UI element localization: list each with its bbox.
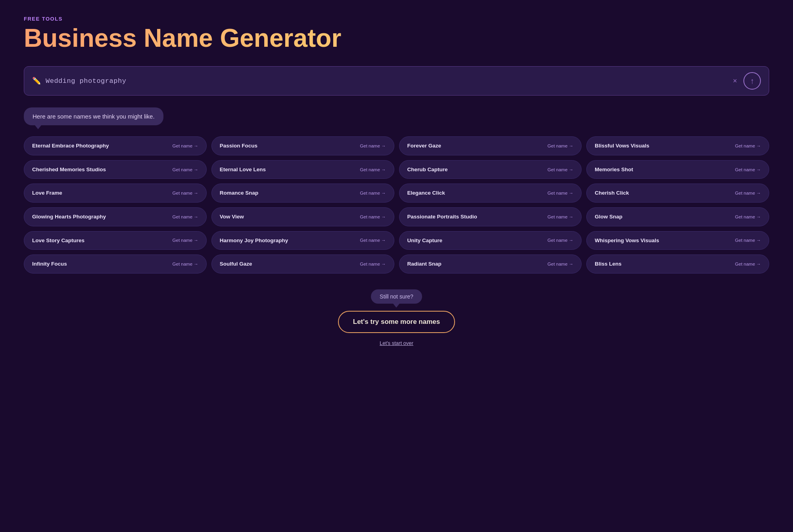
- bottom-section: Still not sure? Let's try some more name…: [24, 289, 769, 346]
- get-name-button[interactable]: Get name →: [735, 238, 761, 243]
- get-name-button[interactable]: Get name →: [173, 191, 198, 195]
- name-card[interactable]: Cherub CaptureGet name →: [399, 160, 582, 179]
- name-card[interactable]: Elegance ClickGet name →: [399, 184, 582, 203]
- free-tools-label: FREE TOOLS: [24, 16, 769, 22]
- get-name-button[interactable]: Get name →: [547, 238, 573, 243]
- name-text: Glow Snap: [595, 213, 735, 220]
- names-grid: Eternal Embrace PhotographyGet name →Pas…: [24, 136, 769, 273]
- name-card[interactable]: Passionate Portraits StudioGet name →: [399, 207, 582, 226]
- get-name-button[interactable]: Get name →: [735, 191, 761, 195]
- name-card[interactable]: Glowing Hearts PhotographyGet name →: [24, 207, 207, 226]
- name-card[interactable]: Unity CaptureGet name →: [399, 231, 582, 250]
- name-card[interactable]: Radiant SnapGet name →: [399, 255, 582, 274]
- get-name-button[interactable]: Get name →: [360, 238, 386, 243]
- get-name-button[interactable]: Get name →: [173, 238, 198, 243]
- name-text: Soulful Gaze: [220, 260, 360, 268]
- suggestion-bubble: Here are some names we think you might l…: [24, 107, 163, 125]
- name-card[interactable]: Love Story CapturesGet name →: [24, 231, 207, 250]
- name-card[interactable]: Glow SnapGet name →: [586, 207, 769, 226]
- get-name-button[interactable]: Get name →: [547, 262, 573, 266]
- name-text: Love Story Captures: [32, 237, 173, 244]
- name-card[interactable]: Eternal Love LensGet name →: [211, 160, 394, 179]
- get-name-button[interactable]: Get name →: [547, 191, 573, 195]
- name-card[interactable]: Passion FocusGet name →: [211, 136, 394, 155]
- name-card[interactable]: Cherish ClickGet name →: [586, 184, 769, 203]
- get-name-button[interactable]: Get name →: [547, 167, 573, 172]
- name-text: Forever Gaze: [407, 142, 548, 149]
- submit-button[interactable]: ↑: [743, 72, 761, 90]
- name-text: Eternal Love Lens: [220, 166, 360, 173]
- name-card[interactable]: Cherished Memories StudiosGet name →: [24, 160, 207, 179]
- name-card[interactable]: Love FrameGet name →: [24, 184, 207, 203]
- page-title: Business Name Generator: [24, 24, 769, 52]
- name-text: Cherub Capture: [407, 166, 548, 173]
- name-card[interactable]: Infinity FocusGet name →: [24, 255, 207, 274]
- search-bar: ✏️ × ↑: [24, 66, 769, 96]
- name-text: Passionate Portraits Studio: [407, 213, 548, 220]
- name-card[interactable]: Romance SnapGet name →: [211, 184, 394, 203]
- arrow-up-icon: ↑: [750, 77, 754, 86]
- name-card[interactable]: Bliss LensGet name →: [586, 255, 769, 274]
- name-text: Bliss Lens: [595, 260, 735, 268]
- get-name-button[interactable]: Get name →: [360, 214, 386, 219]
- name-text: Romance Snap: [220, 189, 360, 197]
- name-text: Cherished Memories Studios: [32, 166, 173, 173]
- name-text: Glowing Hearts Photography: [32, 213, 173, 220]
- name-text: Unity Capture: [407, 237, 548, 244]
- get-name-button[interactable]: Get name →: [360, 167, 386, 172]
- name-card[interactable]: Blissful Vows VisualsGet name →: [586, 136, 769, 155]
- name-text: Vow View: [220, 213, 360, 220]
- get-name-button[interactable]: Get name →: [173, 214, 198, 219]
- get-name-button[interactable]: Get name →: [173, 167, 198, 172]
- name-card[interactable]: Forever GazeGet name →: [399, 136, 582, 155]
- pencil-icon: ✏️: [32, 77, 41, 85]
- get-name-button[interactable]: Get name →: [360, 262, 386, 266]
- name-text: Passion Focus: [220, 142, 360, 149]
- name-text: Love Frame: [32, 189, 173, 197]
- name-card[interactable]: Soulful GazeGet name →: [211, 255, 394, 274]
- try-more-button[interactable]: Let's try some more names: [338, 311, 455, 333]
- name-text: Eternal Embrace Photography: [32, 142, 173, 149]
- name-text: Elegance Click: [407, 189, 548, 197]
- get-name-button[interactable]: Get name →: [547, 144, 573, 148]
- get-name-button[interactable]: Get name →: [735, 167, 761, 172]
- name-card[interactable]: Vow ViewGet name →: [211, 207, 394, 226]
- name-text: Memories Shot: [595, 166, 735, 173]
- get-name-button[interactable]: Get name →: [735, 214, 761, 219]
- name-card[interactable]: Whispering Vows VisualsGet name →: [586, 231, 769, 250]
- name-text: Blissful Vows Visuals: [595, 142, 735, 149]
- get-name-button[interactable]: Get name →: [173, 262, 198, 266]
- name-text: Cherish Click: [595, 189, 735, 197]
- get-name-button[interactable]: Get name →: [547, 214, 573, 219]
- name-text: Infinity Focus: [32, 260, 173, 268]
- name-text: Whispering Vows Visuals: [595, 237, 735, 244]
- start-over-link[interactable]: Let's start over: [380, 340, 413, 346]
- clear-button[interactable]: ×: [731, 76, 739, 86]
- name-text: Radiant Snap: [407, 260, 548, 268]
- get-name-button[interactable]: Get name →: [735, 262, 761, 266]
- get-name-button[interactable]: Get name →: [360, 191, 386, 195]
- get-name-button[interactable]: Get name →: [173, 144, 198, 148]
- get-name-button[interactable]: Get name →: [360, 144, 386, 148]
- name-text: Harmony Joy Photography: [220, 237, 360, 244]
- name-card[interactable]: Memories ShotGet name →: [586, 160, 769, 179]
- name-card[interactable]: Eternal Embrace PhotographyGet name →: [24, 136, 207, 155]
- still-not-sure-bubble: Still not sure?: [371, 289, 422, 304]
- search-input[interactable]: [46, 77, 726, 85]
- name-card[interactable]: Harmony Joy PhotographyGet name →: [211, 231, 394, 250]
- get-name-button[interactable]: Get name →: [735, 144, 761, 148]
